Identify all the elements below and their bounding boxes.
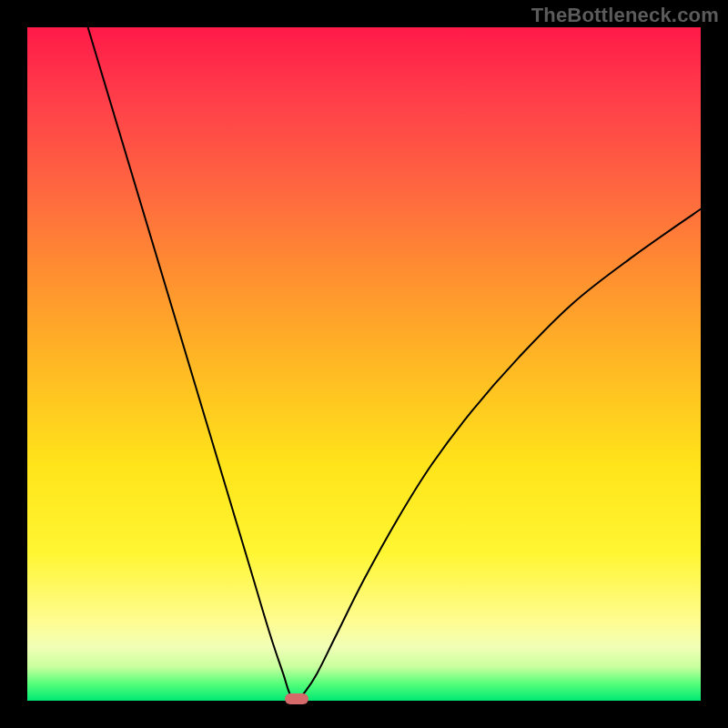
curve-left-branch: [88, 27, 297, 701]
watermark-text: TheBottleneck.com: [531, 4, 719, 27]
curve-right-branch: [297, 209, 701, 701]
optimum-marker: [285, 693, 308, 704]
chart-frame: TheBottleneck.com: [0, 0, 728, 728]
plot-area: [27, 27, 701, 701]
bottleneck-curve: [27, 27, 701, 701]
